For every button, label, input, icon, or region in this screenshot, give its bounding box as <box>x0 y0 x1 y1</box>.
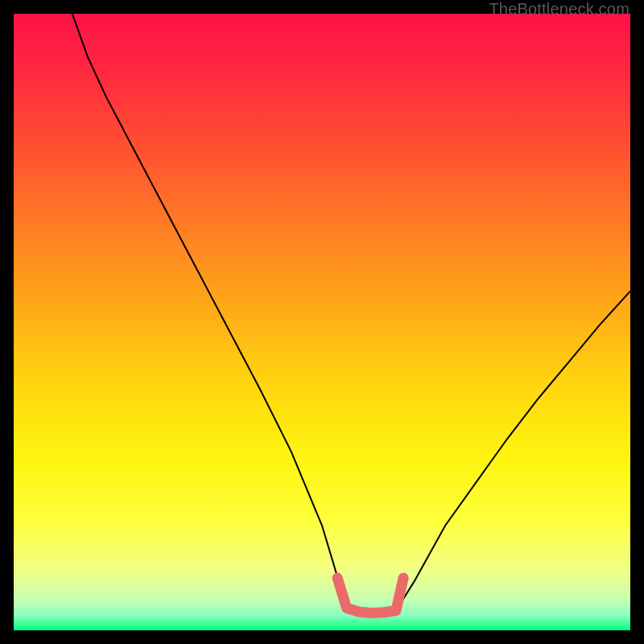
optimal-region-highlight <box>337 578 403 613</box>
bottleneck-curve <box>72 14 630 613</box>
curve-layer <box>14 14 630 630</box>
chart-container: TheBottleneck.com <box>0 0 644 644</box>
watermark-text: TheBottleneck.com <box>489 0 630 19</box>
